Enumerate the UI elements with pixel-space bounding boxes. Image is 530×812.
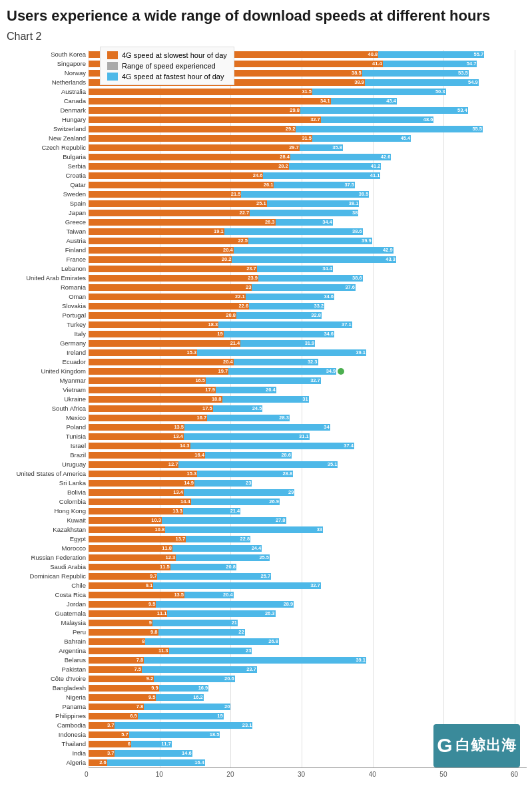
bar-row: 31.545.4 [89, 134, 527, 143]
bar-orange-label: 16.7 [197, 415, 208, 421]
bar-orange: 20.4 [89, 247, 234, 254]
bar-orange-label: 9.2 [146, 676, 154, 682]
bar-orange: 22.6 [89, 303, 249, 309]
bar-row: 22.738 [89, 208, 527, 218]
bar-row: 7.523.7 [89, 665, 527, 674]
bar-blue: 35.8 [300, 144, 343, 151]
bar-blue-label: 11.7 [161, 741, 172, 747]
bar-orange-label: 20.2 [222, 256, 232, 262]
country-label: United Arab Emirates [3, 274, 89, 283]
bar-orange-label: 38.5 [352, 70, 362, 76]
bar-blue: 39.1 [144, 657, 366, 664]
country-label: Bolivia [3, 488, 89, 497]
bar-blue-label: 45.4 [401, 135, 411, 141]
country-label: Argentina [3, 646, 89, 656]
bar-orange: 9.7 [89, 573, 157, 580]
bar-blue: 28.3 [207, 415, 290, 421]
bar-orange: 17.5 [89, 405, 213, 412]
bar-blue: 31 [222, 396, 309, 403]
bar-orange: 7.8 [89, 704, 144, 710]
bar-orange: 32.7 [89, 116, 321, 123]
bar-orange: 31.5 [89, 89, 312, 95]
bar-row: 12.735.1 [89, 460, 527, 469]
bar-blue: 28.6 [205, 452, 292, 459]
country-label: Tunisia [3, 432, 89, 441]
bar-blue: 19 [138, 713, 224, 719]
bar-blue-label: 26.4 [266, 387, 276, 393]
country-label: Greece [3, 218, 89, 227]
bar-orange-label: 20.4 [223, 247, 234, 253]
axis-tick: 0 [85, 771, 89, 778]
bar-blue-label: 29 [288, 489, 294, 495]
country-label: Denmark [3, 106, 89, 115]
country-label: Serbia [3, 162, 89, 171]
bar-blue-label: 16.9 [198, 685, 209, 691]
bar-row: 14.923 [89, 479, 527, 488]
bar-orange-label: 21.4 [230, 340, 241, 346]
bar-orange: 16.5 [89, 377, 206, 384]
bar-orange-label: 7.8 [136, 704, 144, 710]
country-label: Dominican Republic [3, 572, 89, 581]
bar-orange: 13.3 [89, 508, 183, 514]
bar-blue: 23.7 [142, 666, 257, 673]
bar-orange-label: 28.2 [278, 163, 289, 169]
bar-orange-label: 18.8 [212, 396, 222, 402]
bar-blue: 16.4 [107, 759, 205, 766]
bar-blue: 34.9 [228, 368, 336, 375]
bar-orange: 9 [89, 620, 152, 626]
bar-row: 9.220.6 [89, 674, 527, 684]
bar-orange-label: 29.8 [290, 107, 300, 113]
bar-row: 7.820 [89, 702, 527, 711]
country-label: Australia [3, 87, 89, 97]
bar-row: 9.132.7 [89, 581, 527, 590]
bar-orange: 14.3 [89, 443, 190, 449]
country-label: Ecuador [3, 357, 89, 367]
bar-row: 1934.6 [89, 329, 527, 339]
bar-blue-label: 39.5 [359, 191, 370, 197]
legend-label-orange: 4G speed at slowest hour of day [122, 51, 227, 59]
bar-orange-label: 41.4 [372, 61, 383, 67]
country-label: Norway [3, 69, 89, 78]
legend-item-blue: 4G speed at fastest hour of day [107, 73, 227, 81]
bar-blue-label: 37.5 [344, 182, 355, 188]
bar-blue-label: 54.9 [468, 79, 479, 85]
bar-blue: 33 [165, 526, 323, 533]
bar-blue: 50.3 [312, 89, 446, 95]
bar-row: 13.321.4 [89, 507, 527, 516]
country-label: Hungary [3, 115, 89, 124]
bar-orange: 16.4 [89, 452, 205, 459]
axis-tick: 10 [156, 771, 163, 778]
bar-blue-label: 28.3 [279, 415, 290, 421]
bar-blue-label: 26.8 [268, 638, 279, 644]
bar-row: 19.138.6 [89, 227, 527, 236]
country-label: Finland [3, 246, 89, 255]
bar-blue: 39.9 [248, 238, 372, 244]
bar-blue: 21.4 [183, 508, 240, 514]
bar-row: 9.822 [89, 628, 527, 637]
bar-blue-label: 39.1 [356, 657, 366, 663]
bar-blue-label: 42.6 [381, 154, 392, 160]
bar-orange: 3.7 [89, 722, 115, 729]
bar-orange-label: 14.4 [180, 499, 191, 505]
bar-blue: 34 [184, 424, 330, 431]
bar-blue-label: 31.9 [305, 340, 316, 346]
bar-blue-label: 50.3 [435, 89, 446, 95]
bar-orange: 3.7 [89, 750, 115, 757]
bar-blue-label: 43.4 [386, 98, 397, 104]
bar-blue-label: 18.5 [210, 731, 220, 737]
legend-label-blue: 4G speed at fastest hour of day [122, 73, 224, 81]
bar-row: 11.323 [89, 646, 527, 656]
country-label: Panama [3, 702, 89, 711]
bar-orange-label: 11.3 [158, 648, 169, 654]
bar-blue-label: 28.9 [284, 601, 294, 607]
bar-row: 6.919 [89, 711, 527, 721]
country-label: Canada [3, 97, 89, 106]
country-label: Bangladesh [3, 684, 89, 693]
country-label: Lebanon [3, 264, 89, 274]
country-label: Portugal [3, 311, 89, 320]
bar-orange: 23.7 [89, 266, 257, 272]
bar-blue-label: 38 [352, 210, 358, 216]
bar-orange-label: 12.7 [168, 461, 179, 467]
bar-orange: 14.4 [89, 499, 191, 505]
bar-blue: 39.5 [241, 191, 369, 198]
